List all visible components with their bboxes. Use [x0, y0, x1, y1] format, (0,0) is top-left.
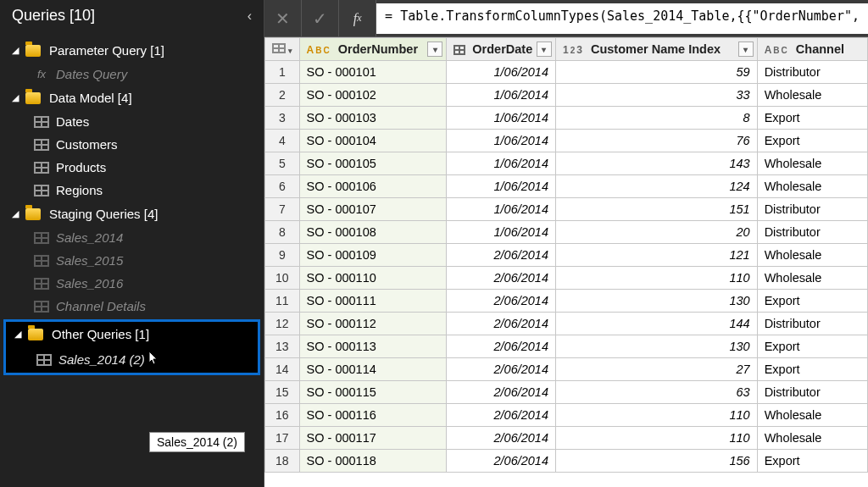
- row-number[interactable]: 5: [265, 152, 300, 175]
- formula-input[interactable]: = Table.TransformColumnTypes(Sales_2014_…: [376, 3, 868, 34]
- cell-ordernumber[interactable]: SO - 000108: [299, 221, 447, 244]
- table-row[interactable]: 11SO - 0001112/06/2014130Export: [265, 290, 868, 313]
- cell-ordernumber[interactable]: SO - 000109: [299, 244, 447, 267]
- cell-orderdate[interactable]: 2/06/2014: [447, 244, 556, 267]
- cell-channel[interactable]: Wholesale: [757, 267, 867, 290]
- cell-customer-index[interactable]: 110: [555, 267, 757, 290]
- row-number[interactable]: 8: [265, 221, 300, 244]
- cell-orderdate[interactable]: 2/06/2014: [447, 450, 556, 473]
- cell-channel[interactable]: Wholesale: [757, 427, 867, 450]
- table-row[interactable]: 4SO - 0001041/06/201476Export: [265, 130, 868, 152]
- cell-orderdate[interactable]: 2/06/2014: [447, 404, 556, 427]
- row-number[interactable]: 12: [265, 313, 300, 335]
- column-header-channel[interactable]: ABC Channel: [757, 38, 867, 61]
- row-number[interactable]: 6: [265, 175, 300, 198]
- cell-ordernumber[interactable]: SO - 000113: [299, 335, 447, 358]
- cell-channel[interactable]: Export: [757, 290, 867, 313]
- cell-customer-index[interactable]: 124: [555, 175, 757, 198]
- table-row[interactable]: 15SO - 0001152/06/201463Distributor: [265, 381, 868, 404]
- cell-customer-index[interactable]: 121: [555, 244, 757, 267]
- cell-ordernumber[interactable]: SO - 000115: [299, 381, 447, 404]
- table-row[interactable]: 2SO - 0001021/06/201433Wholesale: [265, 84, 868, 107]
- cell-ordernumber[interactable]: SO - 000107: [299, 198, 447, 221]
- cell-customer-index[interactable]: 59: [555, 61, 757, 84]
- cell-customer-index[interactable]: 151: [555, 198, 757, 221]
- cell-ordernumber[interactable]: SO - 000118: [299, 450, 447, 473]
- cell-orderdate[interactable]: 1/06/2014: [447, 84, 556, 107]
- table-row[interactable]: 3SO - 0001031/06/20148Export: [265, 107, 868, 130]
- query-item[interactable]: fxDates Query: [0, 63, 264, 86]
- row-number[interactable]: 14: [265, 358, 300, 381]
- column-header-customer-name-index[interactable]: 123 Customer Name Index ▾: [555, 38, 757, 61]
- cell-ordernumber[interactable]: SO - 000114: [299, 358, 447, 381]
- row-number[interactable]: 18: [265, 450, 300, 473]
- cell-orderdate[interactable]: 1/06/2014: [447, 175, 556, 198]
- cell-channel[interactable]: Distributor: [757, 198, 867, 221]
- cell-ordernumber[interactable]: SO - 000102: [299, 84, 447, 107]
- group-header[interactable]: ◢Data Model [4]: [0, 86, 264, 110]
- cell-channel[interactable]: Export: [757, 130, 867, 152]
- cell-orderdate[interactable]: 1/06/2014: [447, 198, 556, 221]
- cell-ordernumber[interactable]: SO - 000112: [299, 313, 447, 335]
- table-row[interactable]: 10SO - 0001102/06/2014110Wholesale: [265, 267, 868, 290]
- select-all-corner[interactable]: ▾: [265, 38, 300, 61]
- cell-channel[interactable]: Wholesale: [757, 175, 867, 198]
- cell-channel[interactable]: Distributor: [757, 61, 867, 84]
- row-number[interactable]: 3: [265, 107, 300, 130]
- query-item[interactable]: Dates: [0, 110, 264, 133]
- table-row[interactable]: 16SO - 0001162/06/2014110Wholesale: [265, 404, 868, 427]
- query-item[interactable]: Channel Details: [0, 295, 264, 318]
- cell-ordernumber[interactable]: SO - 000104: [299, 130, 447, 152]
- cell-ordernumber[interactable]: SO - 000103: [299, 107, 447, 130]
- row-number[interactable]: 13: [265, 335, 300, 358]
- group-other-queries[interactable]: ◢ Other Queries [1]: [6, 322, 258, 346]
- row-number[interactable]: 9: [265, 244, 300, 267]
- cell-customer-index[interactable]: 76: [555, 130, 757, 152]
- group-header[interactable]: ◢Staging Queries [4]: [0, 202, 264, 226]
- cell-orderdate[interactable]: 2/06/2014: [447, 381, 556, 404]
- cell-channel[interactable]: Wholesale: [757, 404, 867, 427]
- cell-orderdate[interactable]: 1/06/2014: [447, 61, 556, 84]
- table-row[interactable]: 5SO - 0001051/06/2014143Wholesale: [265, 152, 868, 175]
- cell-ordernumber[interactable]: SO - 000117: [299, 427, 447, 450]
- cell-ordernumber[interactable]: SO - 000106: [299, 175, 447, 198]
- query-item[interactable]: Regions: [0, 179, 264, 202]
- table-row[interactable]: 13SO - 0001132/06/2014130Export: [265, 335, 868, 358]
- table-row[interactable]: 17SO - 0001172/06/2014110Wholesale: [265, 427, 868, 450]
- cell-ordernumber[interactable]: SO - 000110: [299, 267, 447, 290]
- accept-formula-button[interactable]: ✓: [302, 0, 339, 37]
- cell-orderdate[interactable]: 2/06/2014: [447, 335, 556, 358]
- cell-orderdate[interactable]: 2/06/2014: [447, 290, 556, 313]
- cell-ordernumber[interactable]: SO - 000111: [299, 290, 447, 313]
- query-item[interactable]: Customers: [0, 133, 264, 156]
- row-number[interactable]: 4: [265, 130, 300, 152]
- cell-channel[interactable]: Distributor: [757, 313, 867, 335]
- cell-customer-index[interactable]: 33: [555, 84, 757, 107]
- cell-customer-index[interactable]: 110: [555, 427, 757, 450]
- column-header-orderdate[interactable]: OrderDate ▾: [447, 38, 556, 61]
- cell-orderdate[interactable]: 2/06/2014: [447, 267, 556, 290]
- column-header-ordernumber[interactable]: ABC OrderNumber ▾: [299, 38, 447, 61]
- cell-ordernumber[interactable]: SO - 000101: [299, 61, 447, 84]
- cell-customer-index[interactable]: 144: [555, 313, 757, 335]
- cell-customer-index[interactable]: 27: [555, 358, 757, 381]
- table-row[interactable]: 7SO - 0001071/06/2014151Distributor: [265, 198, 868, 221]
- row-number[interactable]: 2: [265, 84, 300, 107]
- cell-channel[interactable]: Distributor: [757, 381, 867, 404]
- cell-customer-index[interactable]: 110: [555, 404, 757, 427]
- row-number[interactable]: 16: [265, 404, 300, 427]
- filter-dropdown-icon[interactable]: ▾: [537, 42, 552, 57]
- fx-icon[interactable]: fx: [339, 0, 376, 36]
- row-number[interactable]: 15: [265, 381, 300, 404]
- cell-channel[interactable]: Export: [757, 107, 867, 130]
- row-number[interactable]: 11: [265, 290, 300, 313]
- cell-customer-index[interactable]: 143: [555, 152, 757, 175]
- cell-channel[interactable]: Export: [757, 335, 867, 358]
- cell-customer-index[interactable]: 8: [555, 107, 757, 130]
- filter-dropdown-icon[interactable]: ▾: [427, 42, 442, 57]
- query-item[interactable]: Sales_2015: [0, 249, 264, 272]
- cell-orderdate[interactable]: 1/06/2014: [447, 130, 556, 152]
- cell-orderdate[interactable]: 1/06/2014: [447, 152, 556, 175]
- query-item[interactable]: Sales_2014: [0, 226, 264, 249]
- cell-ordernumber[interactable]: SO - 000105: [299, 152, 447, 175]
